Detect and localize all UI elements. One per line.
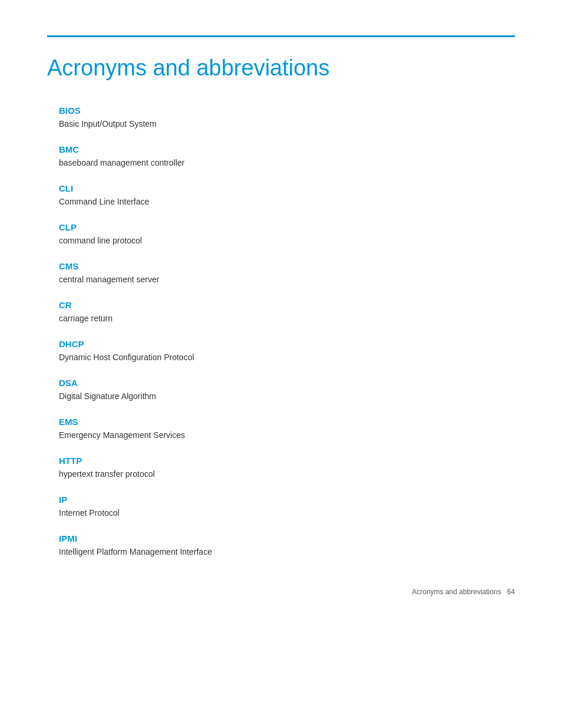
- list-item: DSADigital Signature Algorithm: [59, 378, 515, 403]
- list-item: CLICommand Line Interface: [59, 183, 515, 208]
- page-footer: Acronyms and abbreviations 64: [412, 588, 515, 596]
- acronym-term: DSA: [59, 378, 515, 388]
- acronym-definition: carriage return: [59, 312, 515, 325]
- acronym-term: EMS: [59, 417, 515, 427]
- acronym-list: BIOSBasic Input/Output SystemBMCbaseboar…: [59, 106, 515, 558]
- list-item: HTTPhypertext transfer protocol: [59, 456, 515, 480]
- acronym-definition: Intelligent Platform Management Interfac…: [59, 546, 515, 558]
- page-title: Acronyms and abbreviations: [47, 55, 515, 82]
- acronym-definition: hypertext transfer protocol: [59, 468, 515, 480]
- acronym-term: CLI: [59, 183, 515, 193]
- list-item: CMScentral management server: [59, 261, 515, 286]
- acronym-term: CLP: [59, 222, 515, 232]
- acronym-definition: Command Line Interface: [59, 196, 515, 208]
- acronym-definition: central management server: [59, 274, 515, 286]
- acronym-definition: Emergency Management Services: [59, 429, 515, 442]
- acronym-definition: baseboard management controller: [59, 157, 515, 169]
- acronym-term: IPMI: [59, 533, 515, 543]
- acronym-term: HTTP: [59, 456, 515, 466]
- acronym-term: CR: [59, 300, 515, 310]
- list-item: CLPcommand line protocol: [59, 222, 515, 247]
- acronym-term: DHCP: [59, 339, 515, 349]
- acronym-term: BIOS: [59, 106, 515, 116]
- list-item: DHCPDynamic Host Configuration Protocol: [59, 339, 515, 364]
- acronym-definition: command line protocol: [59, 235, 515, 247]
- acronym-definition: Digital Signature Algorithm: [59, 390, 515, 403]
- acronym-term: BMC: [59, 144, 515, 154]
- list-item: IPInternet Protocol: [59, 495, 515, 519]
- list-item: BMCbaseboard management controller: [59, 144, 515, 169]
- list-item: CRcarriage return: [59, 300, 515, 325]
- acronym-term: CMS: [59, 261, 515, 271]
- footer-text: Acronyms and abbreviations: [412, 588, 501, 596]
- acronym-definition: Basic Input/Output System: [59, 118, 515, 130]
- footer-page-number: 64: [507, 588, 515, 596]
- list-item: IPMIIntelligent Platform Management Inte…: [59, 533, 515, 558]
- list-item: BIOSBasic Input/Output System: [59, 106, 515, 130]
- page-container: Acronyms and abbreviations BIOSBasic Inp…: [0, 0, 562, 620]
- list-item: EMSEmergency Management Services: [59, 417, 515, 442]
- top-border: [47, 35, 515, 37]
- acronym-definition: Internet Protocol: [59, 507, 515, 519]
- acronym-definition: Dynamic Host Configuration Protocol: [59, 351, 515, 364]
- acronym-term: IP: [59, 495, 515, 505]
